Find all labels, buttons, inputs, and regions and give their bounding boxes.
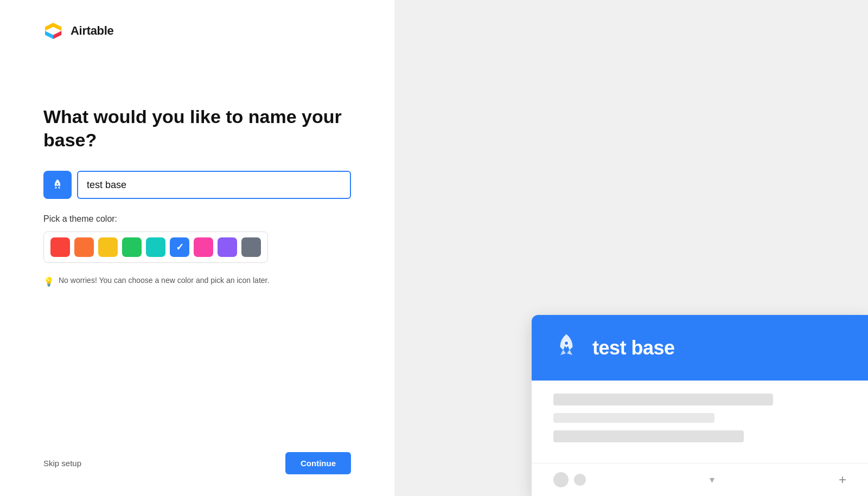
rocket-icon [51,178,64,191]
preview-chevron-icon: ▾ [710,474,714,486]
preview-bottom-bar: ▾ + [532,463,868,496]
swatch-purple[interactable] [218,237,237,257]
logo-text: Airtable [71,24,114,38]
preview-header: test base [532,315,868,381]
preview-rocket-icon [553,332,579,363]
swatch-blue[interactable] [170,237,189,257]
swatch-gray[interactable] [241,237,261,257]
swatch-yellow[interactable] [98,237,118,257]
hint-text: No worries! You can choose a new color a… [59,276,269,285]
continue-button[interactable]: Continue [285,452,351,474]
swatch-pink[interactable] [194,237,213,257]
preview-skeleton-row-1 [553,394,773,405]
swatch-red[interactable] [50,237,70,257]
swatch-teal[interactable] [146,237,165,257]
base-icon-button[interactable] [43,171,72,199]
preview-dot-2 [574,474,586,486]
base-name-input[interactable] [77,171,351,199]
preview-plus-icon: + [839,472,846,487]
color-swatches-container [43,231,268,263]
hint-row: 💡 No worries! You can choose a new color… [43,276,351,287]
svg-point-0 [57,183,59,185]
form-content: What would you like to name your base? P… [43,105,351,441]
preview-base-name: test base [592,337,675,359]
logo-area: Airtable [43,22,351,40]
form-footer: Skip setup Continue [43,441,351,474]
preview-body [532,381,868,463]
name-row [43,171,351,199]
left-panel: Airtable What would you like to name you… [0,0,394,496]
swatch-green[interactable] [122,237,142,257]
svg-point-1 [564,341,569,345]
swatch-orange[interactable] [74,237,94,257]
preview-dot-1 [553,472,569,487]
skip-setup-button[interactable]: Skip setup [43,453,81,473]
preview-skeleton-row-2 [553,413,714,423]
color-picker-label: Pick a theme color: [43,214,351,224]
hint-icon: 💡 [43,276,54,287]
preview-card: test base ▾ + [532,315,868,496]
right-panel: test base ▾ + [394,0,868,496]
form-title: What would you like to name your base? [43,105,342,151]
preview-bottom-left [553,472,586,487]
airtable-logo-icon [43,22,65,40]
rocket-preview-icon [553,332,579,358]
preview-skeleton-row-3 [553,430,744,442]
